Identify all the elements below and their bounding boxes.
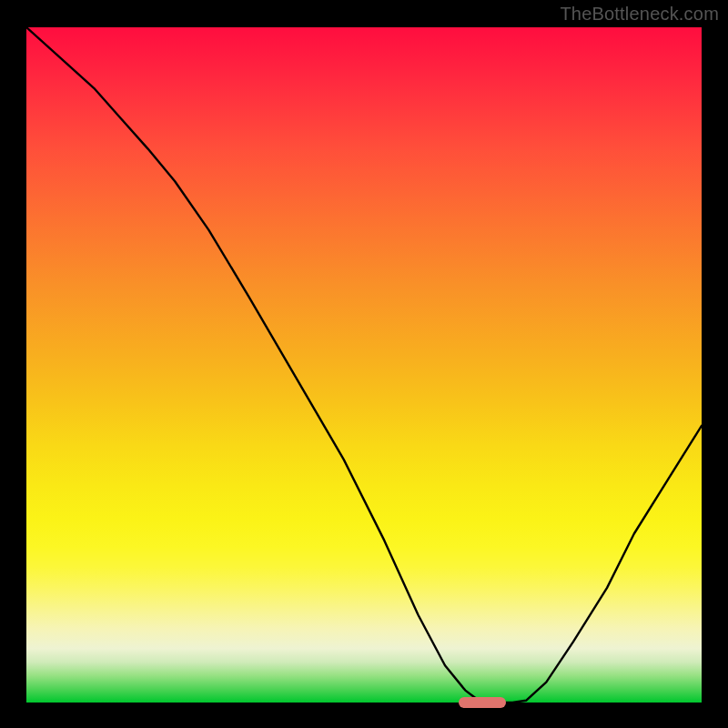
chart-container: TheBottleneck.com <box>0 0 728 728</box>
optimal-range-marker <box>459 697 506 708</box>
curve-path <box>26 27 702 703</box>
plot-area <box>26 27 702 703</box>
watermark-text: TheBottleneck.com <box>560 4 719 25</box>
bottleneck-curve <box>26 27 702 703</box>
